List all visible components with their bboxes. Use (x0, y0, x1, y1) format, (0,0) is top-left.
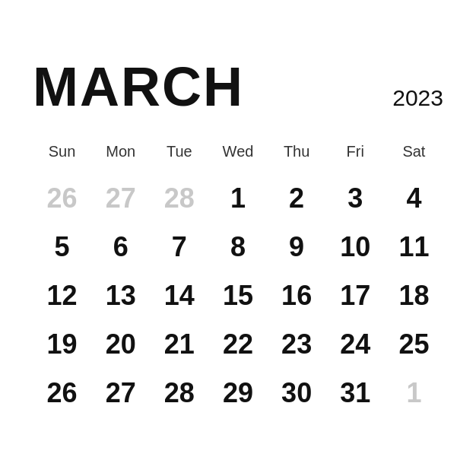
day-cell[interactable]: 31 (326, 369, 385, 417)
day-cell[interactable]: 28 (150, 174, 208, 223)
day-cell[interactable]: 26 (33, 174, 91, 223)
day-header-fri: Fri (326, 137, 385, 174)
month-title: MARCH (33, 59, 244, 114)
day-cell[interactable]: 13 (91, 271, 150, 320)
day-cell[interactable]: 1 (385, 369, 443, 417)
day-cell[interactable]: 18 (385, 271, 443, 320)
day-cell[interactable]: 1 (208, 174, 267, 223)
day-cell[interactable]: 24 (326, 320, 385, 369)
day-cell[interactable]: 4 (385, 174, 443, 223)
calendar: MARCH 2023 SunMonTueWedThuFriSat26272812… (25, 44, 451, 433)
calendar-header: MARCH 2023 (33, 59, 443, 114)
day-header-tue: Tue (150, 137, 208, 174)
day-cell[interactable]: 6 (91, 223, 150, 271)
calendar-grid: SunMonTueWedThuFriSat2627281234567891011… (33, 137, 443, 417)
day-cell[interactable]: 30 (268, 369, 326, 417)
day-cell[interactable]: 8 (208, 223, 267, 271)
day-header-thu: Thu (268, 137, 326, 174)
day-cell[interactable]: 9 (268, 223, 326, 271)
day-header-mon: Mon (91, 137, 150, 174)
year-title: 2023 (392, 85, 443, 111)
day-cell[interactable]: 28 (150, 369, 208, 417)
day-cell[interactable]: 27 (91, 369, 150, 417)
day-cell[interactable]: 25 (385, 320, 443, 369)
day-cell[interactable]: 14 (150, 271, 208, 320)
day-header-sun: Sun (33, 137, 91, 174)
day-cell[interactable]: 23 (268, 320, 326, 369)
day-cell[interactable]: 19 (33, 320, 91, 369)
day-cell[interactable]: 2 (268, 174, 326, 223)
day-cell[interactable]: 20 (91, 320, 150, 369)
day-header-sat: Sat (385, 137, 443, 174)
day-cell[interactable]: 26 (33, 369, 91, 417)
day-cell[interactable]: 17 (326, 271, 385, 320)
day-cell[interactable]: 21 (150, 320, 208, 369)
day-cell[interactable]: 15 (208, 271, 267, 320)
day-cell[interactable]: 5 (33, 223, 91, 271)
day-cell[interactable]: 27 (91, 174, 150, 223)
day-cell[interactable]: 7 (150, 223, 208, 271)
day-cell[interactable]: 16 (268, 271, 326, 320)
day-cell[interactable]: 3 (326, 174, 385, 223)
day-cell[interactable]: 29 (208, 369, 267, 417)
day-cell[interactable]: 22 (208, 320, 267, 369)
day-header-wed: Wed (208, 137, 267, 174)
day-cell[interactable]: 12 (33, 271, 91, 320)
day-cell[interactable]: 11 (385, 223, 443, 271)
day-cell[interactable]: 10 (326, 223, 385, 271)
